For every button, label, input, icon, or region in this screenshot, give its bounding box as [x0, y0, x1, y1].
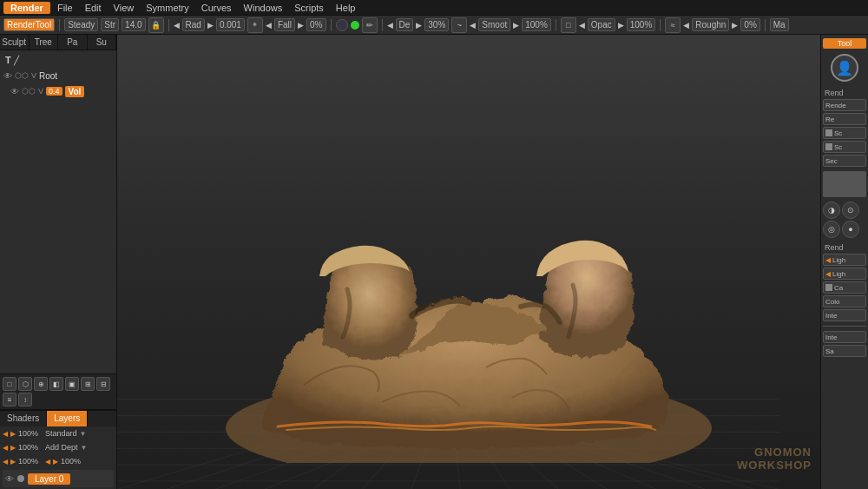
menu-symmetry[interactable]: Symmetry	[141, 2, 194, 14]
render-btn-sc1[interactable]: Sc	[823, 127, 866, 139]
text-tool-icon[interactable]: T	[5, 55, 11, 65]
tab-shaders[interactable]: Shaders	[0, 411, 47, 426]
r-icon-2[interactable]: ⊙	[842, 202, 859, 219]
menu-edit[interactable]: Edit	[80, 2, 107, 14]
tool-label[interactable]: Tool	[823, 38, 866, 49]
layer-record-icon	[17, 475, 24, 482]
pencil-icon[interactable]: ✏	[362, 17, 378, 33]
light-btn-1[interactable]: ◀ Ligh	[823, 254, 866, 266]
layer-icon-5[interactable]: ▣	[65, 377, 79, 391]
roughn-icon[interactable]: ≈	[665, 17, 681, 33]
smooth-icon[interactable]: ~	[451, 17, 467, 33]
rough-value[interactable]: 0%	[740, 18, 760, 31]
tab-pa[interactable]: Pa	[58, 35, 88, 50]
ch2-dropdown[interactable]: ▼	[81, 444, 88, 452]
ch3-extra-left[interactable]: ◀	[45, 458, 50, 466]
smoot-value[interactable]: 100%	[522, 18, 551, 31]
toolbar-sep-6	[660, 19, 661, 31]
tab-su[interactable]: Su	[88, 35, 117, 50]
smoot-right: ▶	[513, 21, 519, 30]
rendertool-button[interactable]: RenderTool	[3, 18, 55, 31]
opac-icon[interactable]: □	[561, 17, 576, 33]
menu-file[interactable]: File	[52, 2, 78, 14]
ch3-pct2: 100%	[61, 457, 85, 466]
r-icon-4[interactable]: ●	[842, 221, 859, 238]
ch3-right-arrow[interactable]: ▶	[10, 458, 16, 466]
layer-name-badge: Layer 0	[28, 473, 70, 485]
tab-layers[interactable]: Layers	[47, 411, 88, 426]
layer-icon-7[interactable]: ⊟	[96, 377, 110, 391]
r-icon-1[interactable]: ◑	[823, 202, 840, 219]
ch2-right-arrow[interactable]: ▶	[10, 444, 16, 452]
v-label-2: V	[38, 87, 43, 96]
rough-left: ◀	[683, 21, 689, 30]
ch2-left-arrow[interactable]: ◀	[3, 444, 8, 452]
fall-right: ▶	[298, 21, 304, 30]
green-dot-icon[interactable]	[351, 21, 359, 30]
layer-icon-6[interactable]: ⊞	[81, 377, 95, 391]
layer-icon-1[interactable]: □	[3, 377, 16, 391]
render-btn-2[interactable]: Re	[823, 113, 866, 125]
render-section-title: Rend	[823, 89, 866, 97]
brush-shape-icon[interactable]: ⌖	[247, 17, 263, 33]
render-btn-1[interactable]: Rende	[823, 99, 866, 111]
menu-windows[interactable]: Windows	[239, 2, 288, 14]
rad-value[interactable]: 0.001	[216, 18, 245, 31]
channel-row-1: ◀ ▶ 100% Standard ▼	[0, 426, 116, 440]
lock-icon[interactable]: 🔒	[148, 17, 164, 33]
ch1-left-arrow[interactable]: ◀	[3, 430, 8, 438]
app-logo[interactable]: Render	[3, 2, 50, 14]
layer-0-entry[interactable]: 👁 Layer 0	[3, 470, 114, 487]
de-value[interactable]: 30%	[424, 18, 449, 31]
tab-sculpt[interactable]: Sculpt	[0, 35, 30, 50]
color-btn[interactable]: Colo	[823, 295, 866, 307]
render-btn-sec[interactable]: Sec	[823, 155, 866, 167]
layer-eye-icon[interactable]: 👁	[5, 474, 14, 484]
de-right: ▶	[416, 21, 422, 30]
menu-help[interactable]: Help	[331, 2, 361, 14]
viewport[interactable]: GNOMON WORKSHOP	[117, 35, 820, 489]
sc2-checkbox	[825, 143, 832, 150]
layer-icon-4[interactable]: ◧	[49, 377, 63, 391]
inte-btn[interactable]: Inte	[823, 309, 866, 321]
layer-icon-8[interactable]: ≡	[3, 393, 16, 406]
eye-icon-2[interactable]: 👁	[10, 87, 19, 96]
color-circle-icon[interactable]	[336, 19, 348, 31]
menu-view[interactable]: View	[108, 2, 140, 14]
layer-icon-9[interactable]: ↕	[18, 393, 32, 406]
ch3-extra-right[interactable]: ▶	[53, 458, 58, 466]
layer-panel: Shaders Layers ◀ ▶ 100% Standard ▼ ◀ ▶ 1…	[0, 410, 116, 489]
ch1-name: Standard	[45, 429, 77, 438]
layer-icon-2[interactable]: ⬡	[18, 377, 32, 391]
layer-icon-3[interactable]: ⊕	[34, 377, 48, 391]
fall-label: Fall	[274, 18, 295, 31]
opac-value[interactable]: 100%	[627, 18, 656, 31]
menu-curves[interactable]: Curves	[196, 2, 237, 14]
ch3-left-arrow[interactable]: ◀	[3, 458, 8, 466]
sa-btn[interactable]: Sa	[823, 345, 866, 357]
sc1-label: Sc	[834, 129, 842, 137]
tree-root-row[interactable]: 👁 ⬡⬡ V Root	[2, 68, 115, 83]
ch1-dropdown[interactable]: ▼	[80, 430, 87, 438]
render-btn-sc2[interactable]: Sc	[823, 141, 866, 153]
inte2-btn[interactable]: Inte	[823, 331, 866, 343]
steady-button[interactable]: Steady	[64, 18, 98, 31]
r-icon-3[interactable]: ◎	[823, 221, 840, 238]
tree-vol-row[interactable]: 👁 ⬡⬡ V 0.4 Vol	[2, 83, 115, 99]
opac-right: ▶	[618, 21, 624, 30]
ca-btn[interactable]: Ca	[823, 281, 866, 294]
ca-checkbox	[825, 284, 832, 291]
light1-label: Ligh	[832, 256, 845, 264]
fall-value[interactable]: 0%	[306, 18, 326, 31]
rad-right-arrow: ▶	[207, 21, 214, 30]
ch1-right-arrow[interactable]: ▶	[10, 430, 16, 438]
tab-tree[interactable]: Tree	[30, 35, 59, 50]
color-swatch-area	[823, 171, 866, 197]
light-btn-2[interactable]: ◀ Ligh	[823, 268, 866, 280]
left-panel: Sculpt Tree Pa Su T ╱ 👁 ⬡⬡ V Root 👁 ⬡⬡ V…	[0, 35, 117, 489]
str-value[interactable]: 14.0	[122, 18, 145, 31]
eye-icon[interactable]: 👁	[3, 71, 12, 81]
channel-row-3: ◀ ▶ 100% ◀ ▶ 100%	[0, 454, 116, 468]
pencil-tool-icon[interactable]: ╱	[14, 56, 19, 65]
menu-scripts[interactable]: Scripts	[289, 2, 329, 14]
